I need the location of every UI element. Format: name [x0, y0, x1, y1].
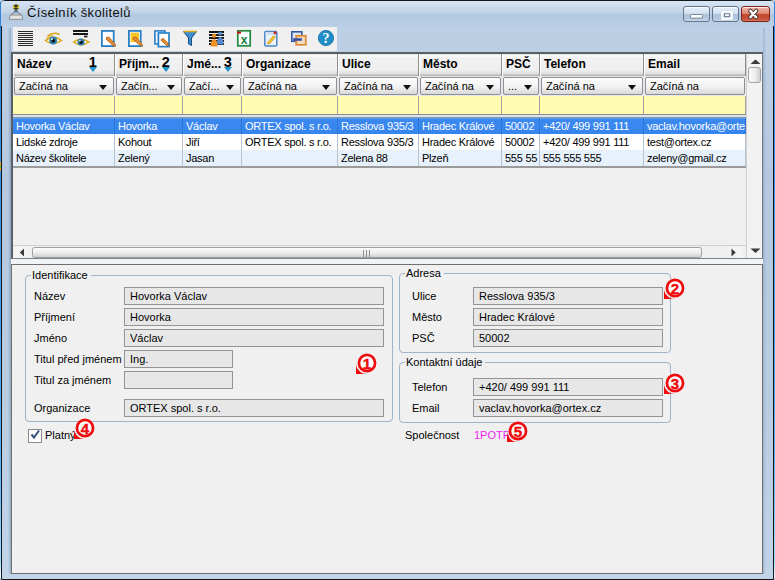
svg-text:1: 1 [363, 355, 371, 372]
svg-text:3: 3 [671, 375, 679, 392]
svg-text:2: 2 [671, 280, 679, 297]
svg-text:5: 5 [514, 423, 522, 440]
svg-text:4: 4 [81, 420, 90, 437]
